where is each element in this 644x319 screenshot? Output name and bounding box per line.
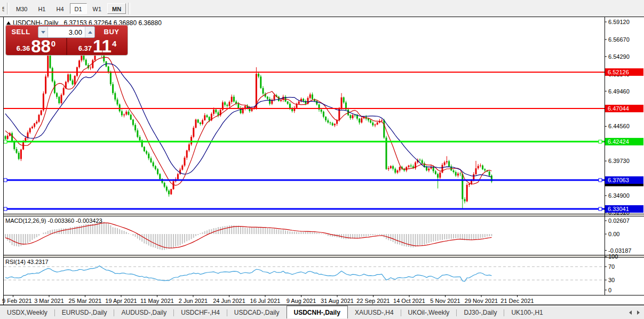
chevron-up-icon (88, 31, 92, 34)
svg-text:6.44560: 6.44560 (608, 123, 630, 129)
tab-usdcnh-daily[interactable]: USDCNH-,Daily (287, 306, 348, 318)
svg-text:100: 100 (608, 253, 618, 260)
buy-price-big: 11 (93, 38, 112, 55)
tf-button-h1[interactable]: H1 (33, 3, 50, 14)
one-click-trade-panel: SELL BUY 6.36 88 0 6.37 11 4 (5, 25, 128, 56)
tf-button-mn[interactable]: MN (107, 3, 126, 14)
svg-text:6.47044: 6.47044 (608, 105, 629, 112)
svg-text:6.34900: 6.34900 (608, 192, 630, 199)
svg-text:6.54290: 6.54290 (608, 53, 630, 60)
svg-text:14 Oct 2021: 14 Oct 2021 (393, 298, 425, 304)
level-handle[interactable] (4, 140, 7, 143)
svg-text:31 Aug 2021: 31 Aug 2021 (321, 298, 354, 304)
svg-text:24 Jun 2021: 24 Jun 2021 (213, 298, 245, 304)
svg-text:0: 0 (608, 287, 611, 293)
svg-text:9 Feb 2021: 9 Feb 2021 (2, 298, 32, 304)
level-handle[interactable] (4, 178, 7, 182)
svg-text:3 Mar 2021: 3 Mar 2021 (34, 298, 64, 304)
tab-audusd-daily[interactable]: AUDUSD-,Daily (114, 307, 173, 318)
svg-text:21 Dec 2021: 21 Dec 2021 (500, 298, 534, 304)
rsi-indicator-label: RSI(14) 43.2317 (5, 259, 49, 265)
level-handle[interactable] (599, 207, 602, 211)
tab-xauusd-h4[interactable]: XAUUSD-,H4 (348, 307, 401, 318)
price-badge-6.52126: 6.52126 (605, 68, 643, 76)
tf-button-m30[interactable]: M30 (11, 3, 32, 14)
volume-increase-button[interactable] (85, 27, 94, 37)
toolbar-separator (128, 3, 130, 14)
sell-price-sup: 0 (51, 39, 55, 48)
volume-input[interactable] (47, 27, 85, 37)
svg-text:25 Mar 2021: 25 Mar 2021 (69, 298, 102, 304)
svg-text:6.37063: 6.37063 (608, 177, 629, 183)
chart-tab-bar: USDX,WeeklyEURUSD-,DailyAUDUSD-,DailyUSD… (0, 305, 644, 319)
tab-eurusd-daily[interactable]: EURUSD-,Daily (55, 307, 114, 318)
level-handle[interactable] (599, 178, 602, 182)
svg-text:6.52126: 6.52126 (608, 69, 629, 75)
svg-text:22 Sep 2021: 22 Sep 2021 (356, 298, 389, 304)
tab-usdx-weekly[interactable]: USDX,Weekly (0, 307, 54, 318)
svg-text:30: 30 (608, 277, 615, 283)
buy-price-sup: 4 (112, 39, 116, 48)
level-handle[interactable] (599, 140, 602, 143)
svg-text:6.39730: 6.39730 (608, 158, 630, 164)
svg-text:19 Apr 2021: 19 Apr 2021 (105, 298, 137, 304)
svg-text:6.59120: 6.59120 (608, 19, 630, 25)
svg-text:29 Nov 2021: 29 Nov 2021 (465, 298, 498, 304)
svg-text:16 Jul 2021: 16 Jul 2021 (250, 298, 281, 304)
tf-button-w1[interactable]: W1 (88, 3, 107, 14)
sell-price-big: 88 (31, 38, 51, 55)
price-badge-6.42424: 6.42424 (605, 138, 643, 145)
buy-button[interactable]: BUY (97, 27, 126, 37)
svg-text:11 May 2021: 11 May 2021 (140, 298, 174, 304)
tab-scroll-arrows (629, 310, 644, 315)
price-badge-6.37063: 6.37063 (605, 176, 643, 184)
tab-dj30-daily[interactable]: DJ30-,Daily (457, 307, 504, 318)
svg-text:6.42424: 6.42424 (608, 138, 629, 145)
svg-text:6.56670: 6.56670 (608, 36, 630, 43)
volume-decrease-button[interactable] (38, 27, 47, 37)
tab-uk100-h1[interactable]: UK100-,H1 (504, 307, 550, 318)
svg-text:70: 70 (608, 263, 615, 270)
timeframe-toolbar: 5 M30 H1 H4 D1 W1 MN (0, 0, 644, 17)
sell-price-display[interactable]: 6.36 88 0 (6, 38, 67, 55)
tf-button-d1[interactable]: D1 (70, 3, 87, 14)
scroll-tabs-right-icon[interactable] (637, 310, 640, 315)
svg-text:5 Nov 2021: 5 Nov 2021 (430, 298, 460, 304)
svg-text:6.33041: 6.33041 (608, 206, 629, 212)
svg-text:6.49460: 6.49460 (608, 88, 630, 95)
tab-ukoil-weekly[interactable]: UKOil-,Weekly (401, 307, 457, 318)
macd-indicator-label: MACD(12,26,9) -0.003360 -0.003423 (5, 217, 102, 224)
price-badge-6.47044: 6.47044 (605, 105, 643, 112)
tf-button-m5[interactable]: 5 (1, 3, 5, 14)
level-handle[interactable] (4, 207, 7, 211)
svg-text:0.02607: 0.02607 (608, 217, 630, 224)
buy-price-prefix: 6.37 (78, 44, 92, 52)
tf-button-h4[interactable]: H4 (51, 3, 68, 14)
svg-text:-0.03187: -0.03187 (608, 247, 631, 254)
buy-price-display[interactable]: 6.37 11 4 (67, 38, 128, 55)
sell-price-prefix: 6.36 (17, 44, 30, 52)
tab-usdchf-h4[interactable]: USDCHF-,H4 (174, 307, 227, 318)
svg-text:9 Aug 2021: 9 Aug 2021 (287, 298, 316, 304)
svg-text:0.00: 0.00 (608, 231, 619, 237)
chevron-down-icon (41, 31, 45, 34)
toolbar-separator (7, 3, 9, 14)
tab-usdcad-daily[interactable]: USDCAD-,Daily (227, 307, 287, 318)
sell-button[interactable]: SELL (7, 27, 35, 37)
scroll-tabs-left-icon[interactable] (629, 310, 632, 315)
svg-text:2 Jun 2021: 2 Jun 2021 (179, 298, 208, 304)
price-badge-6.33041: 6.33041 (605, 205, 643, 213)
